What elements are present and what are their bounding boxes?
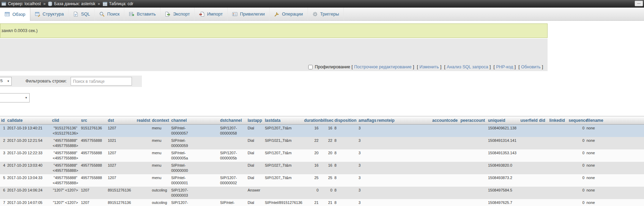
cell-accountcode[interactable] [431, 125, 459, 137]
cell-id[interactable]: 1 [0, 125, 6, 137]
cell-disposition[interactable]: 8 [333, 174, 357, 187]
col-header-accountcode[interactable]: accountcode [431, 116, 459, 125]
cell-remoteip[interactable] [376, 125, 431, 137]
cell-lastdata[interactable]: SIP/1207,,Tt&m [264, 174, 303, 187]
cell-peeraccount[interactable] [459, 125, 487, 137]
cell-did[interactable] [538, 174, 548, 187]
cell-accountcode[interactable] [431, 149, 459, 162]
cell-realdst[interactable] [136, 149, 151, 162]
cell-dstchannel[interactable] [219, 162, 247, 174]
cell-peeraccount[interactable] [459, 174, 487, 187]
cell-lastapp[interactable]: Dial [247, 137, 264, 149]
cell-id[interactable]: 5 [0, 174, 6, 187]
tab-privileges[interactable]: Привилегии [228, 8, 270, 20]
cell-amaflags[interactable]: 3 [357, 187, 376, 199]
cell-src[interactable]: 4957755888 [80, 174, 107, 187]
cell-remoteip[interactable] [376, 199, 431, 206]
profiling-checkbox[interactable] [308, 65, 313, 69]
col-header-channel[interactable]: channel [170, 116, 219, 125]
cell-filename[interactable]: none [585, 174, 644, 187]
cell-accountcode[interactable] [431, 137, 459, 149]
cell-duration[interactable]: 0 [303, 187, 320, 199]
cell-disposition[interactable]: 8 [333, 162, 357, 174]
cell-billsec[interactable]: 20 [320, 149, 333, 162]
cell-uniqueid[interactable]: 1508497584.5 [487, 187, 519, 199]
cell-channel[interactable]: SIP/1207- 00000004 [170, 199, 219, 206]
col-header-amaflags[interactable]: amaflags [357, 116, 376, 125]
breadcrumb-item-table[interactable]: Таблица: cdr [103, 1, 133, 6]
cell-peeraccount[interactable] [459, 162, 487, 174]
cell-userfield[interactable] [519, 199, 538, 206]
cell-id[interactable]: 2 [0, 137, 6, 149]
cell-uniqueid[interactable]: 1508409621.138 [487, 125, 519, 137]
cell-dstchannel[interactable]: SIP/ntel- 00000005 [219, 199, 247, 206]
cell-id[interactable]: 6 [0, 187, 6, 199]
cell-realdst[interactable] [136, 162, 151, 174]
cell-userfield[interactable] [519, 137, 538, 149]
cell-peeraccount[interactable] [459, 199, 487, 206]
cell-peeraccount[interactable] [459, 187, 487, 199]
cell-billsec[interactable]: 0 [320, 187, 333, 199]
col-header-calldate[interactable]: calldate [6, 116, 51, 125]
query-action-link[interactable]: Обновить [521, 65, 541, 69]
cell-amaflags[interactable]: 3 [357, 149, 376, 162]
cell-calldate[interactable]: 2017-10-20 12:21:54 [6, 137, 51, 149]
cell-remoteip[interactable] [376, 137, 431, 149]
cell-userfield[interactable] [519, 149, 538, 162]
cell-dstchannel[interactable]: SIP/1207- 0000005b [219, 149, 247, 162]
cell-amaflags[interactable]: 3 [357, 174, 376, 187]
col-header-src[interactable]: src [80, 116, 107, 125]
cell-duration[interactable]: 22 [303, 137, 320, 149]
cell-dst[interactable]: 1027 [107, 162, 136, 174]
col-header-clid[interactable]: clid [51, 116, 80, 125]
cell-lastapp[interactable]: Dial [247, 125, 264, 137]
cell-sequence[interactable]: 0 [568, 149, 585, 162]
cell-calldate[interactable]: 2017-10-20 12:22:33 [6, 149, 51, 162]
cell-peeraccount[interactable] [459, 149, 487, 162]
cell-lastdata[interactable] [264, 187, 303, 199]
cell-userfield[interactable] [519, 187, 538, 199]
cell-dstchannel[interactable] [219, 137, 247, 149]
col-header-filename[interactable]: filename [585, 116, 644, 125]
col-header-linkedid[interactable]: linkedid [548, 116, 568, 125]
cell-did[interactable] [538, 199, 548, 206]
col-header-realdst[interactable]: realdst [136, 116, 151, 125]
cell-disposition[interactable]: 8 [333, 199, 357, 206]
cell-clid[interactable]: "4957755888" <4957755888> [51, 174, 80, 187]
cell-clid[interactable]: "4957755888" <4957755888> [51, 162, 80, 174]
cell-dcontext[interactable]: outcoling [151, 187, 170, 199]
cell-sequence[interactable]: 0 [568, 162, 585, 174]
cell-did[interactable] [538, 125, 548, 137]
cell-linkedid[interactable] [548, 199, 568, 206]
col-header-lastapp[interactable]: lastapp [247, 116, 264, 125]
cell-src[interactable]: 1207 [80, 199, 107, 206]
sort-key-select[interactable]: ▼ [0, 93, 30, 102]
cell-channel[interactable]: SIP/ntel- 00000057 [170, 125, 219, 137]
page-size-select[interactable]: 25 ▼ [0, 77, 12, 86]
col-header-peeraccount[interactable]: peeraccount [459, 116, 487, 125]
cell-dst[interactable]: 1207 [107, 174, 136, 187]
cell-duration[interactable]: 16 [303, 162, 320, 174]
cell-linkedid[interactable] [548, 187, 568, 199]
cell-disposition[interactable]: 8 [333, 187, 357, 199]
cell-sequence[interactable]: 0 [568, 137, 585, 149]
cell-duration[interactable]: 20 [303, 149, 320, 162]
col-header-dst[interactable]: dst [107, 116, 136, 125]
cell-lastapp[interactable]: Dial [247, 174, 264, 187]
tab-insert[interactable]: Вставить [124, 8, 160, 20]
cell-did[interactable] [538, 149, 548, 162]
cell-sequence[interactable]: 0 [568, 174, 585, 187]
cell-billsec[interactable]: 22 [320, 137, 333, 149]
cell-dstchannel[interactable]: SIP/1207- 00000058 [219, 125, 247, 137]
cell-calldate[interactable]: 2017-10-20 14:06:24 [6, 187, 51, 199]
cell-clid[interactable]: "4957755888" <4957755888> [51, 149, 80, 162]
cell-did[interactable] [538, 162, 548, 174]
cell-lastdata[interactable]: SIP/ntel/89151276136 [264, 199, 303, 206]
cell-remoteip[interactable] [376, 162, 431, 174]
tab-triggers[interactable]: Триггеры [308, 8, 344, 20]
cell-dst[interactable]: 1207 [107, 125, 136, 137]
breadcrumb-item-database[interactable]: База данных: asterisk [48, 1, 95, 6]
cell-dst[interactable]: 89151276136 [107, 199, 136, 206]
cell-dcontext[interactable]: menu [151, 125, 170, 137]
cell-channel[interactable]: SIP/ntel- 00000001 [170, 174, 219, 187]
